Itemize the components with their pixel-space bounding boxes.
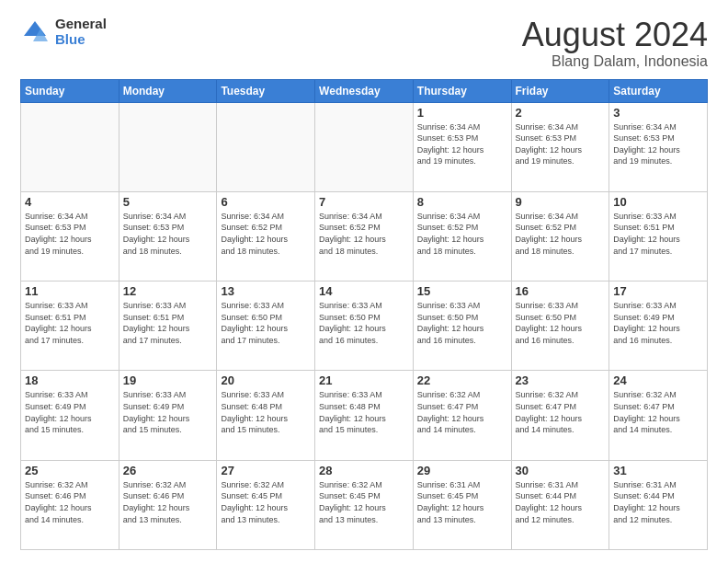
day-number: 30 bbox=[516, 464, 606, 477]
table-row: 31Sunrise: 6:31 AM Sunset: 6:44 PM Dayli… bbox=[609, 460, 708, 549]
table-row: 30Sunrise: 6:31 AM Sunset: 6:44 PM Dayli… bbox=[511, 460, 609, 549]
table-row: 29Sunrise: 6:31 AM Sunset: 6:45 PM Dayli… bbox=[413, 460, 511, 549]
day-number: 19 bbox=[123, 373, 213, 387]
table-row: 24Sunrise: 6:32 AM Sunset: 6:47 PM Dayli… bbox=[609, 371, 708, 460]
day-number: 6 bbox=[221, 195, 311, 209]
day-info: Sunrise: 6:33 AM Sunset: 6:50 PM Dayligh… bbox=[319, 300, 409, 346]
day-info: Sunrise: 6:32 AM Sunset: 6:47 PM Dayligh… bbox=[613, 389, 703, 435]
table-row: 23Sunrise: 6:32 AM Sunset: 6:47 PM Dayli… bbox=[511, 371, 609, 460]
table-row: 13Sunrise: 6:33 AM Sunset: 6:50 PM Dayli… bbox=[217, 282, 315, 371]
day-info: Sunrise: 6:34 AM Sunset: 6:53 PM Dayligh… bbox=[417, 121, 507, 167]
table-row: 5Sunrise: 6:34 AM Sunset: 6:53 PM Daylig… bbox=[119, 191, 217, 281]
table-row: 20Sunrise: 6:33 AM Sunset: 6:48 PM Dayli… bbox=[217, 371, 315, 460]
day-info: Sunrise: 6:31 AM Sunset: 6:45 PM Dayligh… bbox=[417, 479, 507, 525]
day-number: 16 bbox=[516, 284, 606, 298]
day-number: 10 bbox=[613, 195, 703, 209]
table-row: 9Sunrise: 6:34 AM Sunset: 6:52 PM Daylig… bbox=[511, 191, 609, 281]
col-wednesday: Wednesday bbox=[315, 79, 414, 102]
table-row bbox=[315, 102, 414, 191]
day-number: 7 bbox=[319, 195, 409, 209]
table-row: 26Sunrise: 6:32 AM Sunset: 6:46 PM Dayli… bbox=[119, 460, 217, 549]
main-title: August 2024 bbox=[522, 17, 708, 53]
day-number: 8 bbox=[417, 195, 507, 209]
day-info: Sunrise: 6:32 AM Sunset: 6:47 PM Dayligh… bbox=[417, 389, 507, 435]
day-info: Sunrise: 6:33 AM Sunset: 6:49 PM Dayligh… bbox=[613, 300, 703, 346]
day-info: Sunrise: 6:34 AM Sunset: 6:53 PM Dayligh… bbox=[516, 121, 606, 167]
title-section: August 2024 Blang Dalam, Indonesia bbox=[522, 17, 708, 70]
table-row: 3Sunrise: 6:34 AM Sunset: 6:53 PM Daylig… bbox=[609, 102, 708, 191]
day-info: Sunrise: 6:33 AM Sunset: 6:50 PM Dayligh… bbox=[417, 300, 507, 346]
day-number: 2 bbox=[516, 106, 606, 120]
logo-text: General Blue bbox=[55, 17, 107, 47]
day-number: 20 bbox=[221, 373, 311, 387]
day-number: 21 bbox=[319, 373, 409, 387]
logo: General Blue bbox=[20, 17, 107, 47]
table-row: 6Sunrise: 6:34 AM Sunset: 6:52 PM Daylig… bbox=[217, 191, 315, 281]
table-row: 27Sunrise: 6:32 AM Sunset: 6:45 PM Dayli… bbox=[217, 460, 315, 549]
calendar-week-row: 1Sunrise: 6:34 AM Sunset: 6:53 PM Daylig… bbox=[21, 102, 708, 191]
day-info: Sunrise: 6:32 AM Sunset: 6:47 PM Dayligh… bbox=[516, 389, 606, 435]
logo-blue-text: Blue bbox=[55, 32, 107, 48]
day-info: Sunrise: 6:34 AM Sunset: 6:53 PM Dayligh… bbox=[613, 121, 703, 167]
day-info: Sunrise: 6:34 AM Sunset: 6:52 PM Dayligh… bbox=[417, 211, 507, 257]
day-number: 25 bbox=[25, 464, 115, 477]
day-number: 15 bbox=[417, 284, 507, 298]
table-row: 28Sunrise: 6:32 AM Sunset: 6:45 PM Dayli… bbox=[315, 460, 414, 549]
calendar-week-row: 25Sunrise: 6:32 AM Sunset: 6:46 PM Dayli… bbox=[21, 460, 708, 549]
table-row bbox=[119, 102, 217, 191]
calendar-week-row: 4Sunrise: 6:34 AM Sunset: 6:53 PM Daylig… bbox=[21, 191, 708, 281]
day-info: Sunrise: 6:34 AM Sunset: 6:52 PM Dayligh… bbox=[516, 211, 606, 257]
day-number: 26 bbox=[123, 464, 213, 477]
col-sunday: Sunday bbox=[21, 79, 119, 102]
day-info: Sunrise: 6:32 AM Sunset: 6:46 PM Dayligh… bbox=[123, 479, 213, 525]
day-number: 29 bbox=[417, 464, 507, 477]
day-number: 22 bbox=[417, 373, 507, 387]
table-row bbox=[217, 102, 315, 191]
day-info: Sunrise: 6:33 AM Sunset: 6:51 PM Dayligh… bbox=[613, 211, 703, 257]
day-number: 23 bbox=[516, 373, 606, 387]
table-row: 15Sunrise: 6:33 AM Sunset: 6:50 PM Dayli… bbox=[413, 282, 511, 371]
table-row: 8Sunrise: 6:34 AM Sunset: 6:52 PM Daylig… bbox=[413, 191, 511, 281]
table-row: 18Sunrise: 6:33 AM Sunset: 6:49 PM Dayli… bbox=[21, 371, 119, 460]
table-row: 21Sunrise: 6:33 AM Sunset: 6:48 PM Dayli… bbox=[315, 371, 414, 460]
day-number: 11 bbox=[25, 284, 115, 298]
day-info: Sunrise: 6:33 AM Sunset: 6:50 PM Dayligh… bbox=[516, 300, 606, 346]
day-info: Sunrise: 6:33 AM Sunset: 6:48 PM Dayligh… bbox=[319, 389, 409, 435]
table-row: 16Sunrise: 6:33 AM Sunset: 6:50 PM Dayli… bbox=[511, 282, 609, 371]
day-info: Sunrise: 6:33 AM Sunset: 6:49 PM Dayligh… bbox=[25, 389, 115, 435]
day-info: Sunrise: 6:33 AM Sunset: 6:51 PM Dayligh… bbox=[25, 300, 115, 346]
calendar-header-row: Sunday Monday Tuesday Wednesday Thursday… bbox=[21, 79, 708, 102]
day-number: 12 bbox=[123, 284, 213, 298]
day-info: Sunrise: 6:31 AM Sunset: 6:44 PM Dayligh… bbox=[613, 479, 703, 525]
day-info: Sunrise: 6:34 AM Sunset: 6:53 PM Dayligh… bbox=[25, 211, 115, 257]
day-number: 18 bbox=[25, 373, 115, 387]
table-row: 7Sunrise: 6:34 AM Sunset: 6:52 PM Daylig… bbox=[315, 191, 414, 281]
day-number: 27 bbox=[221, 464, 311, 477]
day-number: 14 bbox=[319, 284, 409, 298]
top-section: General Blue August 2024 Blang Dalam, In… bbox=[20, 17, 708, 70]
day-number: 9 bbox=[516, 195, 606, 209]
calendar-body: 1Sunrise: 6:34 AM Sunset: 6:53 PM Daylig… bbox=[21, 102, 708, 549]
table-row: 10Sunrise: 6:33 AM Sunset: 6:51 PM Dayli… bbox=[609, 191, 708, 281]
col-tuesday: Tuesday bbox=[217, 79, 315, 102]
subtitle: Blang Dalam, Indonesia bbox=[522, 53, 708, 70]
logo-general-text: General bbox=[55, 17, 107, 32]
day-number: 3 bbox=[613, 106, 703, 120]
day-info: Sunrise: 6:34 AM Sunset: 6:52 PM Dayligh… bbox=[319, 211, 409, 257]
day-info: Sunrise: 6:34 AM Sunset: 6:52 PM Dayligh… bbox=[221, 211, 311, 257]
day-info: Sunrise: 6:31 AM Sunset: 6:44 PM Dayligh… bbox=[516, 479, 606, 525]
table-row: 22Sunrise: 6:32 AM Sunset: 6:47 PM Dayli… bbox=[413, 371, 511, 460]
day-number: 4 bbox=[25, 195, 115, 209]
day-info: Sunrise: 6:32 AM Sunset: 6:46 PM Dayligh… bbox=[25, 479, 115, 525]
day-number: 24 bbox=[613, 373, 703, 387]
table-row: 25Sunrise: 6:32 AM Sunset: 6:46 PM Dayli… bbox=[21, 460, 119, 549]
table-row: 17Sunrise: 6:33 AM Sunset: 6:49 PM Dayli… bbox=[609, 282, 708, 371]
day-number: 13 bbox=[221, 284, 311, 298]
day-number: 5 bbox=[123, 195, 213, 209]
calendar-table: Sunday Monday Tuesday Wednesday Thursday… bbox=[20, 79, 708, 550]
table-row: 2Sunrise: 6:34 AM Sunset: 6:53 PM Daylig… bbox=[511, 102, 609, 191]
day-info: Sunrise: 6:34 AM Sunset: 6:53 PM Dayligh… bbox=[123, 211, 213, 257]
day-info: Sunrise: 6:33 AM Sunset: 6:50 PM Dayligh… bbox=[221, 300, 311, 346]
day-info: Sunrise: 6:33 AM Sunset: 6:49 PM Dayligh… bbox=[123, 389, 213, 435]
table-row bbox=[21, 102, 119, 191]
